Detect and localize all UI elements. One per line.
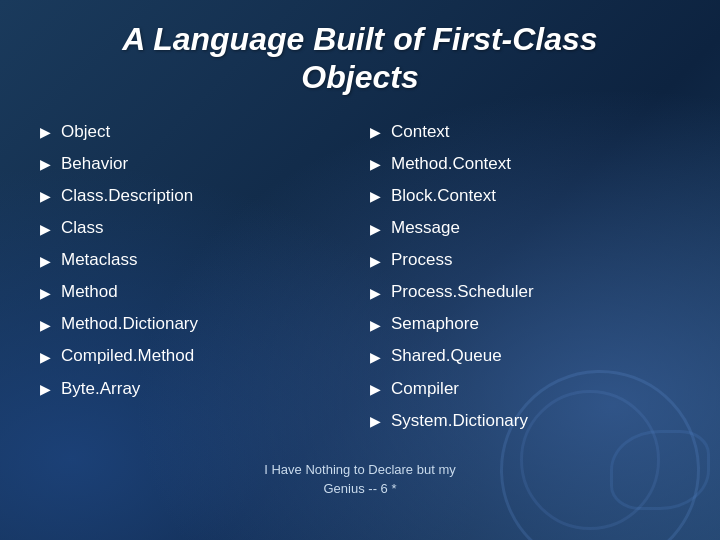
list-item: ▶ System.Dictionary (370, 410, 680, 432)
arrow-icon: ▶ (370, 348, 381, 366)
item-label: Message (391, 217, 460, 239)
arrow-icon: ▶ (370, 284, 381, 302)
item-label: Process.Scheduler (391, 281, 534, 303)
arrow-icon: ▶ (40, 220, 51, 238)
arrow-icon: ▶ (370, 412, 381, 430)
left-column: ▶ Object ▶ Behavior ▶ Class.Description … (30, 121, 360, 442)
title-line1: A Language Built of First-Class (122, 21, 597, 57)
arrow-icon: ▶ (370, 252, 381, 270)
item-label: Object (61, 121, 110, 143)
item-label: Context (391, 121, 450, 143)
main-content: A Language Built of First-Class Objects … (0, 0, 720, 509)
arrow-icon: ▶ (370, 155, 381, 173)
item-label: Compiler (391, 378, 459, 400)
list-item: ▶ Process.Scheduler (370, 281, 680, 303)
arrow-icon: ▶ (370, 187, 381, 205)
list-item: ▶ Method (40, 281, 350, 303)
list-item: ▶ Compiled.Method (40, 345, 350, 367)
item-label: Metaclass (61, 249, 138, 271)
arrow-icon: ▶ (370, 220, 381, 238)
arrow-icon: ▶ (40, 252, 51, 270)
list-item: ▶ Message (370, 217, 680, 239)
slide-title: A Language Built of First-Class Objects (30, 20, 690, 97)
item-label: Method.Context (391, 153, 511, 175)
arrow-icon: ▶ (40, 123, 51, 141)
list-item: ▶ Metaclass (40, 249, 350, 271)
list-item: ▶ Class.Description (40, 185, 350, 207)
title-line2: Objects (301, 59, 418, 95)
list-item: ▶ Behavior (40, 153, 350, 175)
item-label: Class.Description (61, 185, 193, 207)
item-label: Semaphore (391, 313, 479, 335)
item-label: Compiled.Method (61, 345, 194, 367)
arrow-icon: ▶ (40, 187, 51, 205)
list-item: ▶ Byte.Array (40, 378, 350, 400)
list-item: ▶ Method.Context (370, 153, 680, 175)
list-item: ▶ Class (40, 217, 350, 239)
item-label: Method (61, 281, 118, 303)
arrow-icon: ▶ (40, 380, 51, 398)
right-column: ▶ Context ▶ Method.Context ▶ Block.Conte… (360, 121, 690, 442)
list-item: ▶ Method.Dictionary (40, 313, 350, 335)
list-item: ▶ Semaphore (370, 313, 680, 335)
footer-line1: I Have Nothing to Declare but my (264, 462, 455, 477)
item-label: Block.Context (391, 185, 496, 207)
content-columns: ▶ Object ▶ Behavior ▶ Class.Description … (30, 121, 690, 442)
item-label: Behavior (61, 153, 128, 175)
list-item: ▶ Shared.Queue (370, 345, 680, 367)
arrow-icon: ▶ (370, 123, 381, 141)
arrow-icon: ▶ (370, 316, 381, 334)
item-label: System.Dictionary (391, 410, 528, 432)
arrow-icon: ▶ (40, 284, 51, 302)
arrow-icon: ▶ (40, 348, 51, 366)
arrow-icon: ▶ (370, 380, 381, 398)
list-item: ▶ Object (40, 121, 350, 143)
arrow-icon: ▶ (40, 316, 51, 334)
list-item: ▶ Block.Context (370, 185, 680, 207)
footer-line2: Genius -- 6 * (324, 481, 397, 496)
arrow-icon: ▶ (40, 155, 51, 173)
item-label: Byte.Array (61, 378, 140, 400)
item-label: Method.Dictionary (61, 313, 198, 335)
list-item: ▶ Process (370, 249, 680, 271)
item-label: Class (61, 217, 104, 239)
list-item: ▶ Compiler (370, 378, 680, 400)
item-label: Process (391, 249, 452, 271)
item-label: Shared.Queue (391, 345, 502, 367)
footer-text: I Have Nothing to Declare but my Genius … (30, 460, 690, 499)
list-item: ▶ Context (370, 121, 680, 143)
